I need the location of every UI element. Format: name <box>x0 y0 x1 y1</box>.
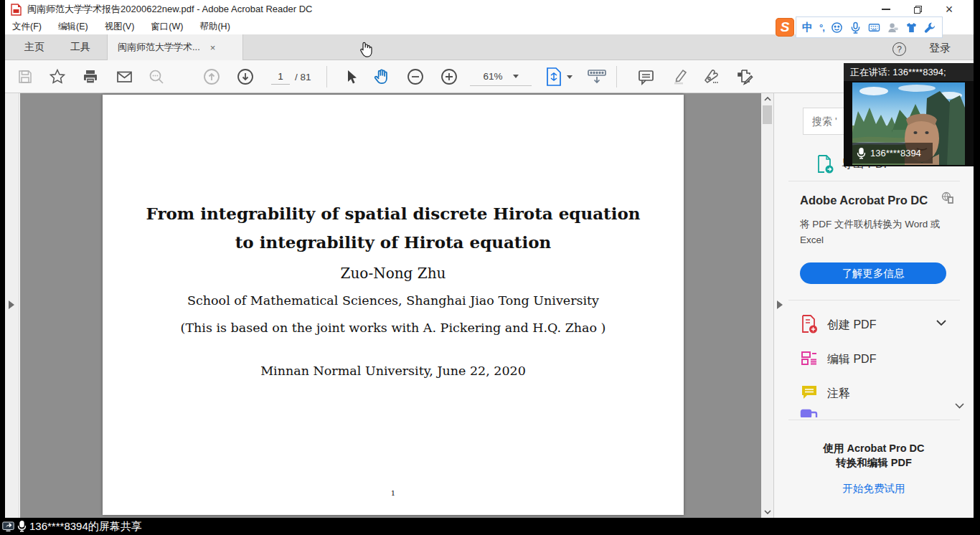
pdf-file-icon <box>11 4 22 16</box>
search-tool-button[interactable] <box>146 67 166 87</box>
participant-video[interactable]: 136****8394 <box>844 81 974 166</box>
wrench-icon[interactable] <box>924 22 936 34</box>
fill-sign-button[interactable] <box>735 67 755 87</box>
edit-pdf-icon <box>800 349 819 367</box>
envelope-icon <box>116 68 133 86</box>
edit-pdf-tool[interactable]: 编辑 PDF <box>774 344 974 373</box>
vertical-scrollbar[interactable] <box>761 93 773 518</box>
previous-page-button[interactable] <box>202 67 222 87</box>
share-banner-text: 136****8394的屏幕共享 <box>29 520 142 534</box>
learn-more-button[interactable]: 了解更多信息 <box>800 262 946 284</box>
document-area: From integrability of spatial discrete H… <box>20 93 761 518</box>
page-number-input[interactable] <box>271 69 290 85</box>
pdf-author: Zuo-Nong Zhu <box>103 265 684 282</box>
zoom-level-control[interactable]: 61% <box>470 67 532 86</box>
chevron-down-icon <box>936 320 946 326</box>
acrobat-window: 闽南师范大学学术报告20200622new.pdf - Adobe Acroba… <box>5 0 974 518</box>
pointer-icon <box>344 69 359 85</box>
panel-scroll-down-icon[interactable] <box>955 403 964 409</box>
voice-input-icon[interactable] <box>849 22 862 34</box>
close-icon: × <box>946 3 953 16</box>
expand-nav-pane-icon <box>9 300 14 309</box>
toolbar: / 81 61% <box>5 60 974 93</box>
screen-share-banner: 136****8394的屏幕共享 <box>0 518 980 535</box>
toolbar-separator <box>326 66 327 87</box>
promo-description: 将 PDF 文件联机转换为 Word 或 Excel <box>800 217 952 247</box>
scrollbar-thumb[interactable] <box>763 105 772 124</box>
comment-tool-label: 注释 <box>827 387 850 402</box>
skin-icon[interactable] <box>905 22 918 34</box>
favorites-button[interactable] <box>47 67 67 87</box>
plus-circle-icon <box>440 67 458 86</box>
email-button[interactable] <box>114 67 134 87</box>
mic-icon <box>17 521 27 532</box>
footer-promo-line2: 转换和编辑 PDF <box>774 456 974 470</box>
help-button[interactable]: ? <box>892 42 906 56</box>
reading-mode-button[interactable] <box>587 67 607 87</box>
partial-tool-icon[interactable] <box>800 409 819 417</box>
restore-icon <box>914 6 922 14</box>
pdf-title-line2: to integrability of Hirota equation <box>103 232 684 252</box>
print-button[interactable] <box>80 67 100 87</box>
hand-tool-button[interactable] <box>372 67 392 87</box>
sign-in-button[interactable]: 登录 <box>929 42 951 55</box>
comment-tool-button[interactable] <box>636 67 656 87</box>
pdf-title-line1: From integrability of spatial discrete H… <box>103 204 684 223</box>
edit-pdf-label: 编辑 PDF <box>827 352 876 367</box>
account-icon[interactable] <box>887 22 899 34</box>
highlight-tool-button[interactable] <box>669 67 689 87</box>
soft-keyboard-icon[interactable] <box>868 22 880 34</box>
free-trial-link[interactable]: 开始免费试用 <box>774 482 974 496</box>
tab-tools[interactable]: 工具 <box>60 34 101 60</box>
tab-close-icon[interactable]: × <box>210 42 216 53</box>
pdf-page-number: 1 <box>103 489 684 497</box>
navigation-pane-strip[interactable] <box>5 93 19 518</box>
menu-file[interactable]: 文件(F) <box>12 21 42 33</box>
menu-window[interactable]: 窗口(W) <box>151 21 183 33</box>
chevron-down-icon <box>567 75 573 79</box>
tab-document[interactable]: 闽南师范大学学术... × <box>107 34 243 60</box>
toolbar-separator <box>616 66 617 87</box>
participant-name: 136****8394 <box>870 148 921 158</box>
screen: 闽南师范大学学术报告20200622new.pdf - Adobe Acroba… <box>0 0 980 535</box>
collapse-panel-icon[interactable] <box>777 300 783 309</box>
promo-title: Adobe Acrobat Pro DC <box>800 194 928 207</box>
zoom-out-button[interactable] <box>405 67 425 87</box>
ime-punctuation[interactable]: °, <box>819 22 824 33</box>
reading-mode-icon <box>587 67 607 86</box>
speaking-indicator: 正在讲话: 136****8394; <box>844 63 974 81</box>
emoji-icon[interactable] <box>831 22 843 34</box>
panel-separator <box>788 420 960 420</box>
footer-promo-line1: 使用 Acrobat Pro DC <box>774 442 974 455</box>
scroll-up-button[interactable] <box>761 93 773 105</box>
mouse-cursor <box>357 41 373 60</box>
select-tool-button[interactable] <box>341 67 362 87</box>
comment-icon <box>637 68 655 86</box>
fit-page-control[interactable] <box>545 67 573 87</box>
zoom-in-button[interactable] <box>439 67 459 87</box>
comment-tool[interactable]: 注释 <box>774 379 974 407</box>
arrow-down-circle-icon <box>236 67 255 86</box>
ime-mode-chinese[interactable]: 中 <box>802 21 813 34</box>
save-button[interactable] <box>15 67 35 87</box>
next-page-button[interactable] <box>235 67 255 87</box>
scroll-down-button[interactable] <box>761 506 773 518</box>
chevron-down-icon <box>764 510 771 514</box>
window-title: 闽南师范大学学术报告20200622new.pdf - Adobe Acroba… <box>27 3 312 16</box>
pdf-page[interactable]: From integrability of spatial discrete H… <box>103 95 684 515</box>
fountain-pen-icon <box>702 67 721 86</box>
tab-home[interactable]: 主页 <box>14 34 55 60</box>
menu-edit[interactable]: 编辑(E) <box>58 21 88 33</box>
highlighter-icon <box>670 67 689 86</box>
arrow-up-circle-icon <box>202 67 221 86</box>
fill-sign-icon <box>735 67 754 86</box>
save-icon <box>17 69 33 85</box>
hand-icon <box>372 67 391 86</box>
ime-logo[interactable]: S <box>776 18 794 37</box>
menu-help[interactable]: 帮助(H) <box>199 21 230 33</box>
main-area: From integrability of spatial discrete H… <box>5 93 974 518</box>
menu-view[interactable]: 视图(V) <box>105 21 135 33</box>
minimize-icon <box>882 9 890 10</box>
create-pdf-tool[interactable]: 创建 PDF <box>774 310 974 338</box>
sign-tool-button[interactable] <box>702 67 722 87</box>
